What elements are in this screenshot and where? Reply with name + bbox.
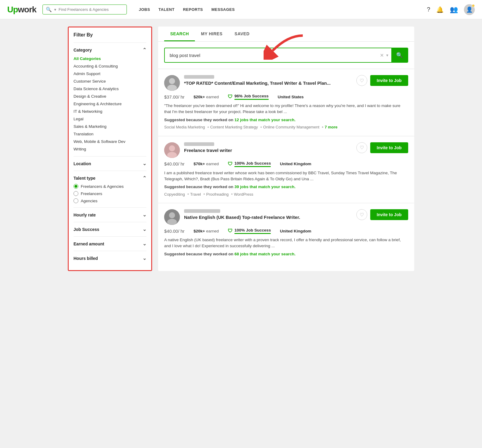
freelancer-avatar-1 [164,75,180,91]
nav-messages[interactable]: MESSAGES [211,7,235,12]
header-search-bar[interactable]: 🔍 ▼ [42,5,127,14]
main-layout: Filter By Category ⌃ All Categories Acco… [68,27,414,271]
filter-hours-billed: Hours billed ⌄ [74,251,146,265]
category-item-legal[interactable]: Legal [74,116,146,122]
chevron-up-icon-talent: ⌃ [142,175,146,181]
description-2: I am a published freelance travel writer… [164,170,408,182]
rate-1: $37.00/ hr [164,94,185,99]
invite-button-2[interactable]: Invite to Job [370,142,408,153]
tab-my-hires[interactable]: MY HIRES [195,27,228,41]
country-3: United Kingdom [280,229,311,233]
category-list: All Categories Accounting & Consulting A… [74,56,146,152]
filter-category: Category ⌃ All Categories Accounting & C… [74,43,146,156]
category-item-sales[interactable]: Sales & Marketing [74,124,146,129]
filter-earned-header[interactable]: Earned amount ⌄ [74,241,146,247]
avatar[interactable]: 👤 [464,4,475,15]
help-icon[interactable]: ? [427,6,430,13]
search-row: ✕ ▾ 🔍 [158,42,414,69]
earned-1: $20k+ earned [194,95,219,99]
filter-hours-header[interactable]: Hours billed ⌄ [74,255,146,261]
card-info-3: Native English (UK Based) Top-rated Free… [184,209,352,220]
category-item-web[interactable]: Web, Mobile & Software Dev [74,139,146,144]
name-blurred-3 [184,209,220,213]
shield-icon-1: 🛡 [228,94,233,99]
invite-button-1[interactable]: Invite to Job [370,75,408,86]
freelancer-card-1: *TOP RATED* Content/Email Marketing, Tra… [158,69,414,136]
logo[interactable]: Upwork [7,5,36,14]
chevron-down-icon-earned: ⌄ [142,241,146,247]
rate-unit-2: / hr [178,161,185,166]
nav-jobs[interactable]: JOBS [139,7,150,12]
talent-radio-freelancers[interactable] [74,191,78,196]
card-header-2: Freelance travel writer ♡ Invite to Job [164,142,408,158]
save-button-2[interactable]: ♡ [356,142,367,153]
talent-radio-agencies[interactable] [74,198,78,203]
clear-icon[interactable]: ✕ [380,52,384,58]
earned-2: $70k+ earned [194,162,219,166]
filter-job-success-header[interactable]: Job Success ⌄ [74,226,146,232]
tag-1-1: Content Marketing Strategy [207,125,258,130]
filter-hourly-header[interactable]: Hourly rate ⌄ [74,212,146,218]
filter-hours-label: Hours billed [74,256,98,261]
rate-unit-1: / hr [178,94,185,99]
chevron-down-icon-job: ⌄ [142,226,146,232]
freelancer-avatar-3 [164,209,180,225]
talent-option-all[interactable]: Freelancers & Agencies [74,184,146,189]
dropdown-icon[interactable]: ▾ [386,53,388,58]
save-button-3[interactable]: ♡ [356,209,367,220]
category-item-it[interactable]: IT & Networking [74,109,146,114]
name-blurred-1 [184,75,214,79]
category-item-admin[interactable]: Admin Support [74,71,146,77]
talent-radio-group: Freelancers & Agencies Freelancers Agenc… [74,184,146,203]
nav-talent[interactable]: TALENT [158,7,174,12]
job-success-2: 🛡 100% Job Success [228,161,271,167]
filter-talent-header[interactable]: Talent type ⌃ [74,175,146,181]
tab-search[interactable]: SEARCH [164,27,195,41]
category-item-design[interactable]: Design & Creative [74,93,146,99]
freelancer-card-2: Freelance travel writer ♡ Invite to Job … [158,136,414,203]
search-icon: 🔍 [46,7,52,12]
tags-more-1[interactable]: 7 more [322,125,337,130]
bell-icon[interactable]: 🔔 [436,6,444,13]
filter-hourly-rate: Hourly rate ⌄ [74,207,146,222]
tab-saved[interactable]: SAVED [229,27,256,41]
header-search-input[interactable] [59,7,113,12]
suggested-link-1[interactable]: 12 jobs that match your search. [234,118,296,122]
rate-2: $40.00/ hr [164,161,185,166]
filter-category-header[interactable]: Category ⌃ [74,47,146,53]
category-item-translation[interactable]: Translation [74,131,146,137]
talent-option-agencies[interactable]: Agencies [74,198,146,203]
tabs: SEARCH MY HIRES SAVED [158,27,414,42]
search-dropdown-arrow[interactable]: ▼ [54,8,57,11]
save-button-1[interactable]: ♡ [356,75,367,86]
team-icon[interactable]: 👥 [450,6,458,14]
search-input[interactable] [165,49,377,62]
chevron-up-icon: ⌃ [142,47,146,53]
category-item-accounting[interactable]: Accounting & Consulting [74,63,146,69]
card-info-2: Freelance travel writer [184,142,352,153]
category-item-engineering[interactable]: Engineering & Architecture [74,101,146,107]
search-input-container[interactable]: ✕ ▾ 🔍 [164,48,408,63]
category-item-customer[interactable]: Customer Service [74,78,146,84]
filter-location-label: Location [74,161,91,166]
invite-button-3[interactable]: Invite to Job [370,209,408,220]
category-item-writing[interactable]: Writing [74,146,146,152]
tags-2: Copyediting Travel Proofreading WordPres… [164,191,408,197]
card-title-3: Native English (UK Based) Top-rated Free… [184,215,352,220]
suggested-2: Suggested because they worked on 39 jobs… [164,185,408,189]
svg-point-8 [169,212,175,218]
category-item-all[interactable]: All Categories [74,56,146,62]
header-right: ? 🔔 👥 👤 [427,4,475,15]
suggested-link-3[interactable]: 68 jobs that match your search. [234,252,296,256]
talent-option-freelancers[interactable]: Freelancers [74,191,146,196]
talent-radio-all[interactable] [74,184,78,189]
chevron-down-icon-hourly: ⌄ [142,212,146,218]
talent-option-all-label: Freelancers & Agencies [81,184,124,189]
filter-location-header[interactable]: Location ⌄ [74,161,146,166]
talent-option-freelancers-label: Freelancers [81,191,102,196]
nav-reports[interactable]: REPORTS [183,7,203,12]
content-area: SEARCH MY HIRES SAVED ✕ [158,27,414,271]
search-button[interactable]: 🔍 [391,48,408,62]
category-item-data[interactable]: Data Science & Analytics [74,86,146,92]
suggested-link-2[interactable]: 39 jobs that match your search. [234,185,296,189]
